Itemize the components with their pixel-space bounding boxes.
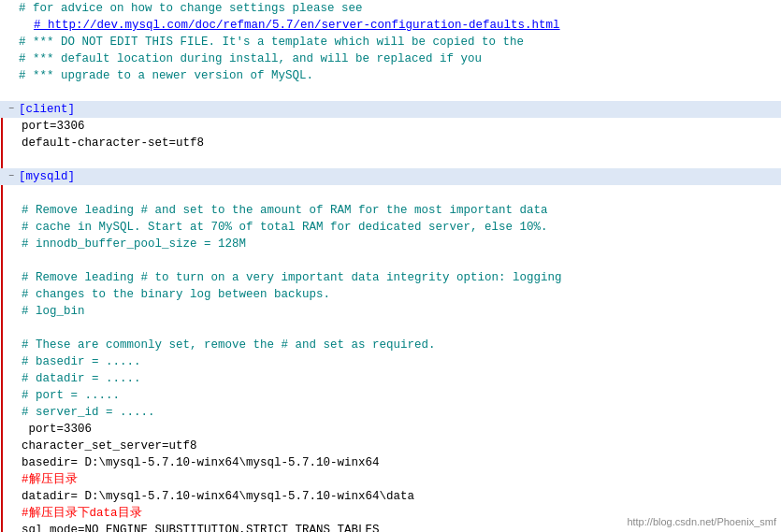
line-text-21: # basedir = .....	[22, 353, 141, 370]
line-9	[1, 151, 781, 168]
line-20: # These are commonly set, remove the # a…	[1, 337, 781, 353]
line-text-24: # server_id = .....	[22, 404, 155, 421]
line-text-13: # cache in MySQL. Start at 70% of total …	[22, 219, 548, 236]
line-text-31: sql_mode=NO_ENGINE_SUBSTITUTION,STRICT_T…	[22, 522, 380, 532]
line-7: port=3306	[1, 118, 781, 135]
line-21: # basedir = .....	[1, 353, 781, 370]
line-12: # Remove leading # and set to the amount…	[1, 202, 781, 219]
line-6: −[client]	[0, 101, 781, 118]
line-13: # cache in MySQL. Start at 70% of total …	[1, 219, 781, 236]
section-header-10: [mysqld]	[19, 168, 75, 185]
line-text-20: # These are commonly set, remove the # a…	[22, 337, 436, 353]
line-text-8: default-character-set=utf8	[22, 135, 204, 151]
line-17: # changes to the binary log between back…	[1, 286, 781, 303]
section-header-6: [client]	[19, 101, 75, 118]
line-text-27: basedir= D:\mysql-5.7.10-winx64\mysql-5.…	[22, 454, 380, 471]
line-28: #解压目录	[1, 471, 781, 488]
line-text-4: # *** upgrade to a newer version of MySQ…	[19, 67, 313, 84]
line-text-26: character_set_server=utf8	[22, 438, 197, 454]
collapse-icon-10[interactable]: −	[4, 168, 19, 185]
line-26: character_set_server=utf8	[1, 438, 781, 454]
line-4: # *** upgrade to a newer version of MySQ…	[0, 67, 781, 84]
line-text-2: # *** DO NOT EDIT THIS FILE. It's a temp…	[19, 34, 524, 50]
watermark: http://blog.csdn.net/Phoenix_smf	[627, 516, 776, 527]
line-14: # innodb_buffer_pool_size = 128M	[1, 236, 781, 252]
line-3: # *** default location during install, a…	[0, 50, 781, 67]
line-18: # log_bin	[1, 303, 781, 320]
line-24: # server_id = .....	[1, 404, 781, 421]
line-text-28: #解压目录	[22, 471, 78, 488]
line-text-7: port=3306	[22, 118, 85, 135]
line-22: # datadir = .....	[1, 370, 781, 387]
line-23: # port = .....	[1, 387, 781, 404]
line-text-16: # Remove leading # to turn on a very imp…	[22, 269, 562, 286]
line-2: # *** DO NOT EDIT THIS FILE. It's a temp…	[0, 34, 781, 50]
line-text-30: #解压目录下data目录	[22, 505, 142, 522]
line-25: port=3306	[1, 421, 781, 438]
line-11	[1, 185, 781, 202]
line-0: # for advice on how to change settings p…	[0, 0, 781, 17]
line-29: datadir= D:\mysql-5.7.10-winx64\mysql-5.…	[1, 488, 781, 505]
line-text-0: # for advice on how to change settings p…	[19, 0, 363, 17]
line-text-3: # *** default location during install, a…	[19, 50, 482, 67]
line-text-1: # http://dev.mysql.com/doc/refman/5.7/en…	[34, 17, 560, 34]
line-text-12: # Remove leading # and set to the amount…	[22, 202, 548, 219]
line-text-17: # changes to the binary log between back…	[22, 286, 330, 303]
line-15	[1, 252, 781, 269]
line-5	[0, 84, 781, 101]
line-text-23: # port = .....	[22, 387, 120, 404]
code-area: # for advice on how to change settings p…	[0, 0, 781, 532]
line-text-29: datadir= D:\mysql-5.7.10-winx64\mysql-5.…	[22, 488, 414, 505]
line-16: # Remove leading # to turn on a very imp…	[1, 269, 781, 286]
editor-container: # for advice on how to change settings p…	[0, 0, 781, 532]
line-19	[1, 320, 781, 337]
line-text-22: # datadir = .....	[22, 370, 141, 387]
line-8: default-character-set=utf8	[1, 135, 781, 151]
line-10: −[mysqld]	[0, 168, 781, 185]
line-text-25: port=3306	[22, 421, 92, 438]
line-1: # http://dev.mysql.com/doc/refman/5.7/en…	[0, 17, 781, 34]
collapse-icon-6[interactable]: −	[4, 101, 19, 118]
line-27: basedir= D:\mysql-5.7.10-winx64\mysql-5.…	[1, 454, 781, 471]
line-text-14: # innodb_buffer_pool_size = 128M	[22, 236, 246, 252]
line-text-18: # log_bin	[22, 303, 85, 320]
